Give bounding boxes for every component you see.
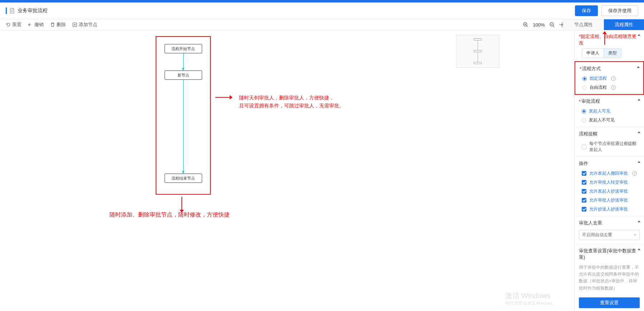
flow-arrow-icon: [183, 53, 184, 71]
checkbox-icon: [582, 171, 586, 176]
radio-icon: [582, 118, 586, 122]
checkbox-op1[interactable]: 允许发起人撤回审批 ?: [579, 170, 640, 176]
save-button[interactable]: 保存: [575, 5, 598, 16]
radio-label: 发起人不可见: [589, 117, 615, 123]
collapse-icon[interactable]: [638, 131, 640, 133]
radio-label: 自由流程: [590, 84, 607, 91]
section-title-ops: 操作: [579, 160, 588, 167]
delete-label: 删除: [57, 21, 66, 28]
svg-point-3: [561, 24, 563, 25]
checkbox-op2[interactable]: 允许审批人转交审批: [579, 179, 640, 185]
tab-flow-attributes[interactable]: 流程属性: [604, 19, 644, 30]
section-title-flow-mode: 流程方式: [582, 65, 601, 72]
basic-type-pills: 申请人 类型: [582, 48, 621, 58]
radio-label: 发起人可见: [589, 108, 610, 114]
section-dup-check: 审批查重设置(审批中数据查重) 用于审批中的数据进行查重，不允许再次提交相同条件…: [575, 244, 644, 311]
collapse-icon[interactable]: [638, 161, 640, 163]
checkbox-icon: [582, 207, 586, 212]
checkbox-icon: [582, 180, 586, 185]
collapse-icon[interactable]: [638, 99, 640, 101]
dup-settings-button[interactable]: 查重设置: [579, 297, 640, 308]
flow-arrow-icon: [183, 80, 184, 174]
section-title-dedup: 审批人去重: [579, 220, 602, 226]
add-node-button[interactable]: 添加节点: [72, 21, 97, 28]
radio-icon: [582, 109, 586, 113]
toolbar: 重置 撤销 删除 添加节点 100% 节点属性 流程属性: [0, 19, 644, 30]
section-title-approval: 审批流程: [581, 98, 600, 105]
collapse-icon[interactable]: [638, 34, 640, 36]
radio-free-flow[interactable]: 自由流程 ?: [580, 84, 639, 91]
flow-start-node[interactable]: 流程开始节点: [165, 44, 202, 53]
reset-label: 重置: [12, 21, 21, 28]
checkbox-label: 允许抄送人抄送审批: [589, 206, 628, 212]
checkbox-label: 允许审批人转交审批: [589, 179, 628, 185]
collapse-icon[interactable]: [638, 220, 640, 222]
windows-watermark: 激活 Windows 转到"设置"以激活 Windows。: [505, 291, 557, 306]
section-title-reminder: 流程提醒: [579, 131, 597, 137]
flow-canvas[interactable]: 流程开始节点 新节点 流程结束节点 随时天剑审批人，删除审批人，方便快捷， 且可…: [0, 30, 574, 311]
section-approval-flow: *审批流程 发起人可见 发起人不可见: [575, 94, 644, 127]
save-and-use-button[interactable]: 保存并使用: [601, 5, 638, 16]
checkbox-label: 每个节点审批通过都提醒发起人: [589, 141, 640, 153]
section-flow-mode: *流程方式 固定流程 ? 自由流程 ?: [575, 61, 644, 95]
watermark-title: 激活 Windows: [505, 292, 551, 300]
section-reminder: 流程提醒 每个节点审批通过都提醒发起人: [575, 127, 644, 157]
document-icon: [10, 8, 15, 14]
annotation-arrow-right-icon: [215, 94, 233, 102]
mini-line: [478, 40, 478, 50]
watermark-sub: 转到"设置"以激活 Windows。: [505, 301, 557, 306]
checkbox-op3[interactable]: 允许发起人抄送审批: [579, 188, 640, 194]
zoom-out-icon[interactable]: [549, 21, 555, 28]
checkbox-label: 允许审批人抄送审批: [589, 197, 628, 203]
collapse-icon[interactable]: [638, 248, 640, 250]
radio-label: 固定流程: [590, 76, 607, 82]
pill-type[interactable]: 类型: [604, 49, 621, 58]
annotation-line: 且可设置拥有条件，可跳过审批人，无需审批。: [239, 102, 344, 110]
undo-label: 撤销: [34, 21, 44, 28]
radio-icon: [582, 86, 587, 90]
dedup-select[interactable]: 不启用自动去重: [579, 230, 640, 240]
radio-invisible[interactable]: 发起人不可见: [579, 117, 640, 123]
minimap[interactable]: [456, 35, 499, 68]
checkbox-label: 允许发起人抄送审批: [589, 188, 628, 194]
radio-fixed-flow[interactable]: 固定流程 ?: [580, 76, 639, 82]
zoom-value: 100%: [532, 22, 545, 28]
help-icon[interactable]: ?: [611, 85, 616, 90]
title-accent: [6, 8, 7, 14]
help-icon[interactable]: ?: [632, 171, 637, 176]
help-icon[interactable]: ?: [611, 76, 616, 81]
flow-diagram-highlight: 流程开始节点 新节点 流程结束节点: [156, 36, 211, 195]
checkbox-reminder[interactable]: 每个节点审批通过都提醒发起人: [579, 141, 640, 153]
reset-button[interactable]: 重置: [6, 21, 21, 28]
undo-button[interactable]: 撤销: [28, 21, 44, 28]
flow-new-node[interactable]: 新节点: [165, 71, 202, 80]
flow-end-node[interactable]: 流程结束节点: [165, 174, 202, 183]
dup-desc: 用于审批中的数据进行查重，不允许再次提交相同条件审批中的数据（审批状态=审批中、…: [579, 264, 640, 292]
checkbox-op5[interactable]: 允许抄送人抄送审批: [579, 206, 640, 212]
tab-node-attributes[interactable]: 节点属性: [563, 19, 604, 30]
pill-applicant[interactable]: 申请人: [582, 49, 604, 58]
properties-panel: *固定流程、自由流程随意更改 申请人 类型 *流程方式 固定流程 ?: [574, 30, 644, 311]
add-node-label: 添加节点: [79, 21, 97, 28]
annotation-text-1: 随时天剑审批人，删除审批人，方便快捷， 且可设置拥有条件，可跳过审批人，无需审批…: [239, 94, 344, 110]
checkbox-label: 允许发起人撤回审批: [589, 170, 628, 176]
section-dedup: 审批人去重 不启用自动去重: [575, 216, 644, 244]
annotation-text-2: 随时添加、删除审批节点，随时修改，方便快捷: [109, 211, 230, 219]
mini-node: [474, 62, 482, 64]
checkbox-icon: [582, 145, 586, 149]
section-operations: 操作 允许发起人撤回审批 ? 允许审批人转交审批 允许发起人抄送审批: [575, 157, 644, 216]
checkbox-icon: [582, 189, 586, 194]
header: 业务审批流程 保存 保存并使用: [0, 3, 644, 19]
delete-button[interactable]: 删除: [50, 21, 66, 28]
mini-line: [478, 52, 478, 62]
checkbox-op4[interactable]: 允许审批人抄送审批: [579, 197, 640, 203]
section-title-dup-check: 审批查重设置(审批中数据查重): [579, 248, 640, 261]
svg-marker-5: [230, 95, 233, 99]
collapse-icon[interactable]: [637, 66, 640, 68]
svg-marker-8: [602, 31, 607, 34]
page-title: 业务审批流程: [18, 8, 48, 14]
annotation-line: 随时天剑审批人，删除审批人，方便快捷，: [239, 94, 344, 102]
checkbox-icon: [582, 198, 586, 203]
zoom-in-icon[interactable]: [522, 21, 529, 28]
radio-visible[interactable]: 发起人可见: [579, 108, 640, 114]
